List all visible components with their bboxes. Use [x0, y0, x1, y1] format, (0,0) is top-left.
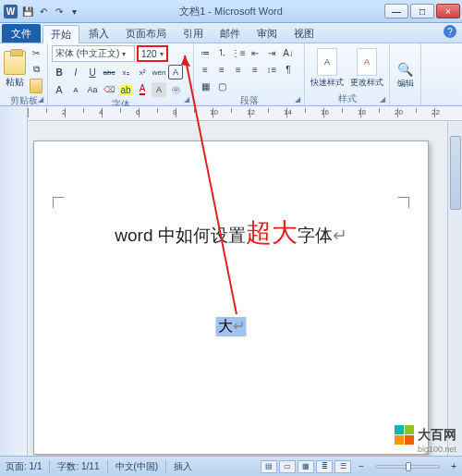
draft-view-button[interactable]: ☰ [334, 460, 351, 473]
justify-button[interactable]: ≡ [248, 62, 262, 77]
superscript-button[interactable]: x² [135, 65, 150, 79]
multilevel-button[interactable]: ⋮≡ [231, 45, 246, 60]
group-clipboard: 粘贴 ✂ ⧉ 剪贴板 ◢ [0, 43, 48, 105]
scroll-thumb[interactable] [450, 136, 461, 210]
save-icon[interactable]: 💾 [20, 5, 34, 18]
vertical-ruler[interactable] [0, 106, 28, 456]
numbering-button[interactable]: ⒈ [214, 45, 229, 60]
margin-corner-icon [398, 197, 409, 208]
tab-file[interactable]: 文件 [2, 24, 41, 43]
tab-mailings[interactable]: 邮件 [213, 24, 248, 43]
styles-gallery-icon: A [317, 48, 337, 76]
clear-format-button[interactable]: ⌫ [102, 82, 116, 97]
align-left-button[interactable]: ≡ [198, 62, 213, 77]
redo-icon[interactable]: ↷ [52, 5, 66, 18]
font-launcher-icon[interactable]: ◢ [182, 94, 191, 104]
tab-references[interactable]: 引用 [176, 24, 211, 43]
selected-text[interactable]: 大↵ [216, 317, 247, 336]
slider-thumb[interactable] [406, 462, 411, 471]
grow-font-button[interactable]: A [52, 82, 67, 97]
styles-launcher-icon[interactable]: ◢ [378, 94, 387, 104]
status-language[interactable]: 中文(中国) [116, 460, 159, 473]
print-layout-view-button[interactable]: ▤ [261, 460, 277, 473]
change-case-button[interactable]: Aa [85, 82, 100, 97]
text-run-large-red: 超大 [246, 218, 298, 247]
shading-button[interactable]: ▦ [198, 79, 213, 93]
status-insert-mode[interactable]: 插入 [174, 460, 192, 473]
dropdown-arrow-icon: ▾ [160, 50, 164, 58]
paragraph-launcher-icon[interactable]: ◢ [293, 94, 302, 104]
separator [107, 460, 108, 473]
paste-button[interactable]: 粘贴 [4, 46, 26, 92]
show-marks-button[interactable]: ¶ [281, 62, 296, 77]
char-border-button[interactable]: A [168, 65, 183, 79]
vertical-scrollbar[interactable] [447, 121, 462, 456]
logo-squares-icon [395, 425, 414, 445]
undo-icon[interactable]: ↶ [36, 5, 50, 18]
window-buttons: — □ × [384, 4, 460, 18]
tab-insert[interactable]: 插入 [81, 24, 116, 43]
tab-home[interactable]: 开始 [43, 25, 79, 43]
group-font: 宋体 (中文正文) ▾ 120 ▾ B I U abc x₂ x² wén A … [48, 43, 194, 105]
zoom-out-button[interactable]: − [359, 461, 364, 471]
highlight-button[interactable]: ab [118, 82, 133, 97]
status-page[interactable]: 页面: 1/1 [6, 460, 42, 473]
align-right-button[interactable]: ≡ [231, 62, 246, 77]
tab-layout[interactable]: 页面布局 [118, 24, 174, 43]
document-text-line[interactable]: word 中如何设置超大字体↵ [34, 215, 428, 250]
zoom-slider[interactable] [375, 465, 440, 469]
strikethrough-button[interactable]: abc [102, 65, 116, 79]
ribbon-tab-bar: 文件 开始 插入 页面布局 引用 邮件 审阅 视图 ? [0, 23, 462, 43]
margin-corner-icon [53, 197, 64, 208]
close-button[interactable]: × [436, 4, 460, 18]
font-name-combo[interactable]: 宋体 (中文正文) ▾ [52, 45, 135, 62]
font-color-button[interactable]: A [135, 82, 150, 97]
shrink-font-button[interactable]: A [68, 82, 83, 97]
underline-button[interactable]: U [85, 65, 100, 79]
line-spacing-button[interactable]: ↕≡ [264, 62, 279, 77]
align-center-button[interactable]: ≡ [214, 62, 229, 77]
paragraph-mark-icon: ↵ [333, 226, 347, 245]
bold-button[interactable]: B [52, 65, 67, 79]
status-bar: 页面: 1/1 字数: 1/11 中文(中国) 插入 ▤ ▭ ▦ ≣ ☰ − + [0, 456, 462, 476]
subscript-button[interactable]: x₂ [118, 65, 133, 79]
decrease-indent-button[interactable]: ⇤ [248, 45, 262, 60]
char-shading-button[interactable]: A [152, 82, 166, 97]
change-styles-label: 更改样式 [350, 77, 383, 89]
zoom-in-button[interactable]: + [451, 461, 456, 471]
status-word-count[interactable]: 字数: 1/11 [57, 460, 99, 473]
text-run: word 中如何设置 [115, 226, 245, 245]
font-size-combo[interactable]: 120 ▾ [137, 45, 168, 62]
enclose-char-button[interactable]: ㊥ [168, 82, 183, 97]
change-styles-button[interactable]: A 更改样式 [348, 45, 385, 92]
qat-more-icon[interactable]: ▾ [67, 5, 81, 18]
outline-view-button[interactable]: ≣ [316, 460, 333, 473]
watermark-text: 大百网 [418, 427, 456, 444]
quick-access-toolbar: 💾 ↶ ↷ ▾ [20, 5, 81, 18]
borders-button[interactable]: ▢ [214, 79, 229, 93]
increase-indent-button[interactable]: ⇥ [264, 45, 279, 60]
document-page[interactable]: word 中如何设置超大字体↵ 大↵ [33, 140, 429, 455]
format-painter-icon[interactable] [29, 79, 43, 93]
paste-label: 粘贴 [6, 76, 24, 89]
separator [49, 460, 50, 473]
tab-review[interactable]: 审阅 [249, 24, 285, 43]
quick-styles-button[interactable]: A 快速样式 [309, 45, 346, 92]
maximize-button[interactable]: □ [410, 4, 434, 18]
copy-icon[interactable]: ⧉ [29, 62, 43, 77]
clipboard-launcher-icon[interactable]: ◢ [36, 94, 45, 104]
bullets-button[interactable]: ≔ [198, 45, 213, 60]
sort-button[interactable]: A↓ [281, 45, 296, 60]
horizontal-ruler[interactable]: 246810121416182022 [28, 106, 462, 121]
phonetic-guide-button[interactable]: wén [152, 65, 166, 79]
quick-styles-label: 快速样式 [310, 77, 344, 89]
editing-button[interactable]: 🔍 编辑 [394, 53, 417, 99]
web-view-button[interactable]: ▦ [298, 460, 314, 473]
italic-button[interactable]: I [68, 65, 83, 79]
fullscreen-view-button[interactable]: ▭ [279, 460, 296, 473]
selected-char: 大 [218, 318, 233, 334]
minimize-button[interactable]: — [384, 4, 408, 18]
help-icon[interactable]: ? [444, 25, 456, 38]
cut-icon[interactable]: ✂ [29, 45, 43, 60]
tab-view[interactable]: 视图 [286, 24, 322, 43]
